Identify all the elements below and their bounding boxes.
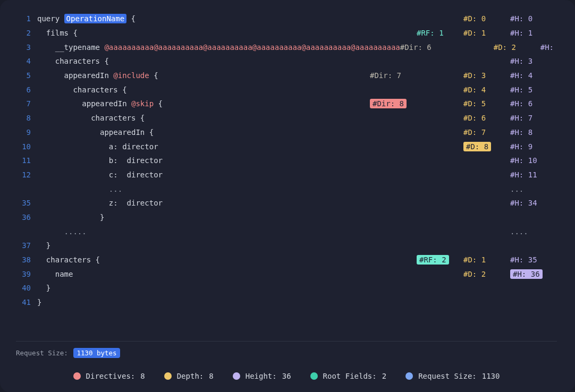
line-number: 6 [16,86,31,94]
annot-height: #H: 7 [510,114,557,122]
line-number: 9 [16,128,31,137]
request-size-label: Request Size: [16,349,68,357]
height-annot: #H: 35 [510,255,537,264]
code-content: appearedIn { [37,128,370,137]
code-line: 5 appearedIn @include {#Dir: 7#D: 3#H: 4 [16,69,557,83]
annot-height: #H: 35 [510,255,557,264]
depth-annot: #D: 4 [463,86,486,94]
code-line: 39 name#D: 2#H: 36 [16,267,557,281]
legend: Directives: 8 Depth: 8 Height: 36 Root F… [16,372,557,380]
code-line: 6 characters {#D: 4#H: 5 [16,82,557,97]
code-token: characters { [37,114,145,122]
annot-depth: #D: 3 [463,71,510,80]
depth-annot: #D: 2 [463,270,486,278]
legend-reqsize-value: 1130 [482,372,500,380]
line-number: 5 [16,71,31,80]
depth-annot: #D: 2 [494,43,516,52]
code-token: appearedIn { [37,128,154,137]
depth-annot: #D: 6 [463,114,486,122]
code-token: ... [37,185,122,193]
annot-height: #H: 5 [510,86,557,94]
code-token: } [37,241,50,250]
divider [16,341,557,342]
code-content: } [37,284,370,292]
legend-height-value: 36 [282,372,291,380]
annot-height: #H: 1 [510,29,557,37]
operation-name-highlight: OperationName [64,14,127,23]
code-token: ..... [37,227,87,236]
code-content: appearedIn @include { [37,71,370,80]
annot-height: #H: 0 [510,14,557,23]
annot-depth: #D: 8 [463,142,510,151]
legend-depth: Depth: 8 [164,372,214,380]
legend-height: Height: 36 [233,372,291,380]
code-token: appearedIn [37,99,131,108]
code-content: characters { [37,86,370,94]
code-line: 7 appearedIn @skip {#Dir: 8#D: 5#H: 6 [16,97,557,111]
depth-annot: #D: 5 [463,99,486,108]
annot-height: .... [510,227,557,236]
annot-depth: #D: 2 [463,270,510,278]
line-number: 3 [16,43,31,52]
dot-directives-icon [73,372,81,380]
height-badge: #H: 36 [510,269,543,279]
code-line: 1query OperationName {#D: 0#H: 0 [16,12,557,26]
annot-height: #H: 9 [510,142,557,151]
code-token: { [126,14,136,23]
line-number: 36 [16,213,31,221]
code-content: films { [37,29,370,37]
directive-text: @aaaaaaaaaa@aaaaaaaaaa@aaaaaaaaaa@aaaaaa… [104,43,400,52]
code-content: c: director [37,171,370,179]
line-number: 1 [16,14,31,23]
code-line: 38 characters {#RF: 2#D: 1#H: 35 [16,253,557,267]
line-number: 35 [16,199,31,207]
code-token: z: director [37,199,163,207]
code-token: __typename [37,43,104,52]
code-token: } [37,284,50,292]
line-number: 2 [16,29,31,37]
code-content: ..... [37,227,370,236]
line-number: 37 [16,241,31,250]
height-annot: #H: 3 [510,57,532,65]
height-annot: #H: 0 [510,14,532,23]
code-content: ... [37,185,370,193]
code-token: b: director [37,156,163,165]
code-token: } [37,298,41,306]
code-token: films { [37,29,78,37]
code-panel: 1query OperationName {#D: 0#H: 02 films … [0,0,575,392]
annot-depth: #D: 6 [463,114,510,122]
legend-depth-value: 8 [209,372,213,380]
annot-height: #H: 10 [510,156,557,165]
legend-rootfields: Root Fields: 2 [310,372,387,380]
line-number: 11 [16,156,31,165]
code-line: 3 __typename @aaaaaaaaaa@aaaaaaaaaa@aaaa… [16,40,557,54]
annot-depth: #D: 0 [463,14,510,23]
legend-rootfields-label: Root Fields: [323,372,377,380]
code-content: } [37,213,370,221]
annot-depth: #D: 1 [463,29,510,37]
code-content: characters { [37,114,370,122]
dot-height-icon [233,372,240,380]
annot-height: #H: 36 [510,270,557,278]
code-token: { [154,99,163,108]
code-token: name [37,270,73,278]
line-number: 10 [16,142,31,151]
line-number: 8 [16,114,31,122]
legend-reqsize-label: Request Size: [418,372,477,380]
code-content: } [37,298,370,306]
annot-depth: #D: 2 [494,43,540,52]
depth-annot: #D: 0 [463,14,486,23]
annot-height: #H: 34 [510,199,557,207]
height-annot: #H: 10 [510,156,537,165]
line-number: 38 [16,255,31,264]
code-area: 1query OperationName {#D: 0#H: 02 films … [16,12,557,336]
depth-annot: #D: 7 [463,128,486,137]
height-annot: #H: 7 [510,114,532,122]
dot-reqsize-icon [405,372,413,380]
legend-depth-label: Depth: [177,372,204,380]
request-size-row: Request Size: 1130 bytes [16,349,557,357]
legend-directives: Directives: 8 [73,372,145,380]
annot-height: #H: 2 [540,43,557,52]
code-token: a: director [37,142,158,151]
code-content: a: director [37,142,370,151]
